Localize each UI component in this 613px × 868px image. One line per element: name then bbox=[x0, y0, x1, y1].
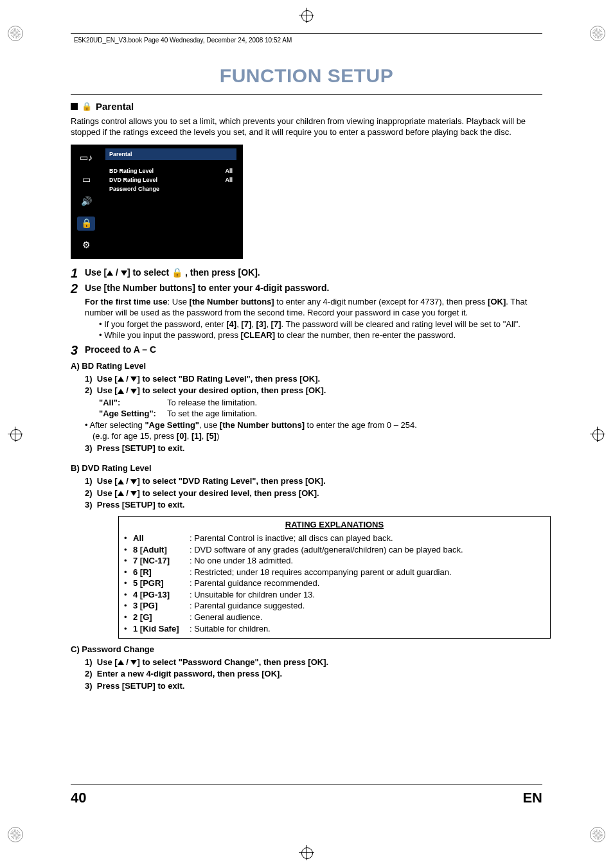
subsection-a-list: 1) Use [ / ] to select "BD Rating Level"… bbox=[85, 373, 542, 396]
page-title: FUNCTION SETUP bbox=[71, 63, 542, 89]
register-mark-icon bbox=[590, 427, 605, 442]
page: E5K20UD_EN_V3.book Page 40 Wednesday, De… bbox=[0, 0, 613, 868]
up-arrow-icon bbox=[118, 491, 124, 496]
section-heading: 🔒 Parental bbox=[71, 100, 542, 113]
title-rule bbox=[71, 94, 542, 95]
page-footer: 40 EN bbox=[71, 784, 542, 808]
bullet: If you forget the password, enter [4], [… bbox=[99, 319, 542, 330]
definition-row: "Age Setting":To set the age limitation. bbox=[99, 408, 542, 420]
header-rule bbox=[71, 33, 542, 34]
osd-row: Password Change bbox=[105, 184, 236, 193]
bullet: While you input the password, press [CLE… bbox=[99, 330, 542, 341]
step-3: 3 Proceed to A – C bbox=[71, 344, 542, 357]
subsection-b-list: 1) Use [ / ] to select "DVD Rating Level… bbox=[85, 475, 542, 511]
rating-row: •1 [Kid Safe]: Suitable for children. bbox=[124, 623, 545, 635]
step-2: 2 Use [the Number buttons] to enter your… bbox=[71, 282, 542, 295]
crop-mark-icon bbox=[590, 827, 605, 842]
osd-title: Parental bbox=[105, 148, 236, 160]
step-number: 2 bbox=[71, 282, 81, 295]
down-arrow-icon bbox=[130, 660, 137, 665]
register-mark-icon bbox=[299, 845, 314, 860]
step-1: 1 Use [ / ] to select 🔒 , then press [OK… bbox=[71, 267, 542, 279]
crop-mark-icon bbox=[8, 827, 23, 842]
section-label: Parental bbox=[96, 100, 134, 113]
down-arrow-icon bbox=[130, 376, 137, 382]
section-intro: Ratings control allows you to set a limi… bbox=[71, 116, 542, 138]
osd-main: Parental BD Rating LevelAll DVD Rating L… bbox=[102, 145, 243, 259]
audio-icon: 🔊 bbox=[77, 195, 95, 209]
display-icon: ▭♪ bbox=[77, 151, 95, 165]
subsection-c-list: 1) Use [ / ] to select "Password Change"… bbox=[85, 657, 542, 692]
crop-mark-icon bbox=[8, 26, 23, 41]
header-caption: E5K20UD_EN_V3.book Page 40 Wednesday, De… bbox=[74, 36, 292, 45]
register-mark-icon bbox=[8, 427, 23, 442]
osd-row: DVD Rating LevelAll bbox=[105, 175, 236, 184]
step-number: 1 bbox=[71, 267, 81, 279]
lock-icon: 🔒 bbox=[77, 217, 95, 231]
lock-icon: 🔒 bbox=[172, 267, 182, 278]
rating-row: •6 [R]: Restricted; under 18 requires ac… bbox=[124, 567, 545, 578]
up-arrow-icon bbox=[118, 376, 124, 382]
page-number: 40 bbox=[71, 788, 86, 808]
rating-row: •All: Parental Control is inactive; all … bbox=[124, 533, 545, 544]
rating-row: •4 [PG-13]: Unsuitable for children unde… bbox=[124, 589, 545, 601]
up-arrow-icon bbox=[118, 660, 124, 665]
down-arrow-icon bbox=[130, 479, 137, 484]
step-text: Proceed to A – C bbox=[85, 344, 156, 356]
rating-row: •2 [G]: General audience. bbox=[124, 612, 545, 623]
rating-row: •5 [PGR]: Parental guidance recommended. bbox=[124, 578, 545, 589]
subsection-b-title: B) DVD Rating Level bbox=[71, 463, 542, 474]
rating-row: •7 [NC-17]: No one under 18 admitted. bbox=[124, 555, 545, 567]
bullet: After selecting "Age Setting", use [the … bbox=[85, 420, 542, 431]
step-2-body: For the first time use: Use [the Number … bbox=[85, 296, 542, 341]
lock-icon: 🔒 bbox=[82, 101, 92, 112]
definition-row: "All":To release the limitation. bbox=[99, 397, 542, 409]
subsection-c-title: C) Password Change bbox=[71, 644, 542, 655]
osd-row: BD Rating LevelAll bbox=[105, 166, 236, 175]
down-arrow-icon bbox=[130, 491, 137, 496]
osd-menu-screenshot: ▭♪ ▭ 🔊 🔒 ⚙ Parental BD Rating LevelAll D… bbox=[71, 145, 243, 259]
square-bullet-icon bbox=[71, 103, 78, 110]
subsection-a-list2: 3) Press [SETUP] to exit. bbox=[85, 443, 542, 454]
down-arrow-icon bbox=[121, 270, 127, 276]
step-text: Use [the Number buttons] to enter your 4… bbox=[85, 282, 329, 294]
rating-row: •3 [PG]: Parental guidance suggested. bbox=[124, 600, 545, 612]
language-code: EN bbox=[522, 788, 542, 808]
osd-sidebar: ▭♪ ▭ 🔊 🔒 ⚙ bbox=[71, 145, 102, 259]
up-arrow-icon bbox=[107, 270, 113, 276]
up-arrow-icon bbox=[118, 389, 124, 394]
rating-explanations-box: RATING EXPLANATIONS •All: Parental Contr… bbox=[118, 516, 551, 639]
rating-row: •8 [Adult]: DVD software of any grades (… bbox=[124, 544, 545, 556]
up-arrow-icon bbox=[118, 479, 124, 484]
step-number: 3 bbox=[71, 344, 81, 357]
rating-title: RATING EXPLANATIONS bbox=[124, 519, 545, 531]
down-arrow-icon bbox=[130, 389, 137, 394]
example-line: (e.g. for age 15, press [0], [1], [5]) bbox=[93, 430, 542, 442]
crop-mark-icon bbox=[590, 26, 605, 41]
gear-icon: ⚙ bbox=[77, 238, 95, 252]
step-text: Use [ / ] to select 🔒 , then press [OK]. bbox=[85, 267, 260, 279]
subsection-a-title: A) BD Rating Level bbox=[71, 360, 542, 372]
video-icon: ▭ bbox=[77, 173, 95, 187]
register-mark-icon bbox=[299, 8, 314, 23]
